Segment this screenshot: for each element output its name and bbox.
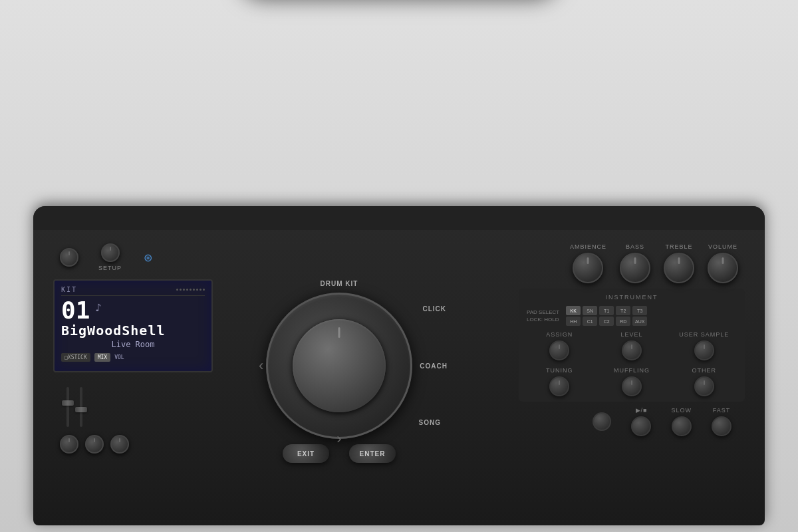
enter-button[interactable]: ENTER: [349, 444, 396, 463]
power-setup-row: SETUP ⊛: [53, 243, 160, 271]
lcd-kit-label: KIT: [61, 286, 205, 296]
other-knob[interactable]: [694, 376, 714, 396]
dial-label-song: SONG: [419, 419, 441, 426]
fader-row: [53, 380, 160, 427]
dial-arrow-up: ‹: [259, 357, 263, 374]
fader-thumb[interactable]: [62, 400, 74, 406]
small-knob-1[interactable]: [60, 435, 78, 454]
exit-button[interactable]: EXIT: [283, 444, 329, 463]
pad-row-2: HH C1 C2 RD AUX: [566, 317, 647, 326]
pad-t3[interactable]: T3: [632, 306, 647, 315]
slow-group: SLOW: [671, 407, 692, 436]
assign-knob[interactable]: [549, 340, 569, 360]
muffling-label: MUFFLING: [614, 367, 650, 374]
setup-button[interactable]: [101, 243, 120, 262]
dm-content: SETUP ⊛ KIT 01: [33, 230, 765, 525]
pad-row-1: KK SN T1 T2 T3: [566, 306, 647, 315]
pad-c2[interactable]: C2: [599, 317, 614, 326]
lcd-vol: VOL: [114, 354, 124, 360]
pad-select-label: PAD SELECT LOCK: HOLD: [527, 309, 559, 323]
user-sample-knob[interactable]: [694, 340, 714, 360]
other-label: OTHER: [692, 367, 716, 374]
other-control: OTHER: [671, 367, 737, 396]
phone-holder: ‹ Search Songs Reviews ⬆: [226, 0, 572, 7]
pad-buttons: KK SN T1 T2 T3 HH C1 C2 RD: [566, 306, 647, 326]
dial-label-coach: COACH: [420, 362, 448, 370]
muffling-control: MUFFLING: [599, 367, 665, 396]
fast-button[interactable]: [712, 416, 732, 436]
dial-ring[interactable]: DRUM KIT CLICK COACH SONG ‹ ›: [266, 293, 412, 439]
fader-1: [66, 387, 69, 427]
pad-c1[interactable]: C1: [583, 317, 597, 326]
slow-label: SLOW: [671, 407, 692, 414]
drum-machine: SETUP ⊛ KIT 01: [33, 206, 765, 525]
center-knob[interactable]: [593, 412, 611, 431]
level-control: LEVEL: [599, 331, 665, 360]
dm-bottom-row: ▶/■ SLOW FAST: [519, 407, 745, 440]
small-knob-row: [53, 435, 160, 454]
play-pause-label: ▶/■: [636, 407, 648, 414]
play-pause-button[interactable]: [631, 416, 651, 436]
pad-t2[interactable]: T2: [616, 306, 630, 315]
drum-top-bar: [33, 206, 765, 230]
instrument-title: INSTRUMENT: [527, 294, 737, 301]
lcd-kit-number: 01 ♪: [61, 299, 205, 323]
fast-label: FAST: [713, 407, 731, 414]
lcd-sub-name: Live Room: [61, 340, 205, 349]
volume-knob[interactable]: [708, 253, 738, 283]
bass-knob-group: BASS: [620, 243, 650, 283]
pad-rd[interactable]: RD: [616, 317, 630, 326]
tuning-knob[interactable]: [549, 376, 569, 396]
lcd-xstick: □XSTICK: [61, 353, 90, 362]
scene: ‹ Search Songs Reviews ⬆: [0, 0, 798, 532]
user-sample-control: USER SAMPLE: [671, 331, 737, 360]
treble-knob-group: TREBLE: [664, 243, 694, 283]
power-button[interactable]: [60, 248, 78, 267]
user-sample-label: USER SAMPLE: [679, 331, 729, 338]
instrument-section: INSTRUMENT PAD SELECT LOCK: HOLD KK SN T…: [519, 289, 745, 402]
dial-label-click: CLICK: [422, 305, 446, 313]
muffling-knob[interactable]: [622, 376, 642, 396]
dm-left-column: SETUP ⊛ KIT 01: [53, 243, 160, 512]
top-knobs-row: AMBIENCE BASS TREBLE VOLUME: [519, 243, 745, 283]
ambience-knob-group: AMBIENCE: [570, 243, 606, 283]
bass-label: BASS: [626, 243, 644, 250]
level-knob[interactable]: [622, 340, 642, 360]
lcd-bottom: □XSTICK MIX VOL: [61, 353, 205, 362]
volume-knob-group: VOLUME: [708, 243, 738, 283]
lcd-mix: MIX: [94, 353, 110, 362]
pad-t1[interactable]: T1: [599, 306, 614, 315]
volume-label: VOLUME: [708, 243, 737, 250]
bass-knob[interactable]: [620, 253, 650, 283]
treble-knob[interactable]: [664, 253, 694, 283]
level-label: LEVEL: [620, 331, 642, 338]
tuning-control: TUNING: [527, 367, 593, 396]
lcd-kit-name: BigWoodShell: [61, 323, 205, 338]
pad-kk[interactable]: KK: [566, 306, 581, 315]
ambience-knob[interactable]: [573, 253, 603, 283]
small-knob-2[interactable]: [85, 435, 104, 454]
assign-label: ASSIGN: [546, 331, 573, 338]
dm-center: DRUM KIT CLICK COACH SONG ‹ › EXIT ENT: [173, 243, 505, 512]
small-knob-3[interactable]: [110, 435, 129, 454]
dial-label-kit: DRUM KIT: [321, 280, 358, 287]
pad-hh[interactable]: HH: [566, 317, 581, 326]
lcd-dots: [176, 286, 205, 293]
dm-right-column: AMBIENCE BASS TREBLE VOLUME: [519, 243, 745, 512]
slow-button[interactable]: [672, 416, 692, 436]
dial-arrow-down: ›: [336, 430, 341, 448]
ambience-label: AMBIENCE: [570, 243, 606, 250]
dial-inner[interactable]: [293, 319, 386, 412]
play-pause-group: ▶/■: [631, 407, 651, 436]
setup-label: SETUP: [98, 265, 122, 271]
controls-grid: ASSIGN LEVEL USER SAMPLE TUNING: [527, 331, 737, 396]
main-dial[interactable]: DRUM KIT CLICK COACH SONG ‹ ›: [266, 293, 412, 439]
pad-sn[interactable]: SN: [583, 306, 597, 315]
fader-2: [80, 387, 82, 427]
lcd-music-icon: ♪: [95, 303, 102, 313]
pad-select-row: PAD SELECT LOCK: HOLD KK SN T1 T2 T3: [527, 306, 737, 326]
lcd-display: KIT 01 ♪ BigWoodShell Live Room: [53, 279, 213, 372]
pad-aux[interactable]: AUX: [632, 317, 647, 326]
treble-label: TREBLE: [665, 243, 692, 250]
fader-thumb[interactable]: [75, 407, 87, 412]
